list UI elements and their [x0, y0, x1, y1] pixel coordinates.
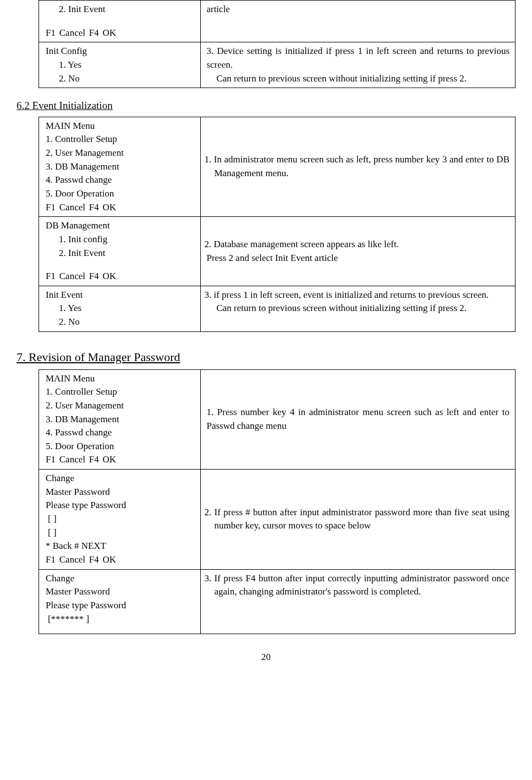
screen-cell: Init Event 1. Yes 2. No — [39, 286, 201, 331]
screen-cell: Change Master Password Please type Passw… — [39, 569, 201, 634]
menu-text: Master Password — [42, 486, 197, 499]
screen-cell: Change Master Password Please type Passw… — [39, 470, 201, 569]
desc-cell: 3. if press 1 in left screen, event is i… — [201, 286, 515, 331]
nav-line: * Back # NEXT — [42, 539, 197, 553]
desc-cell: 3. If press F4 button after input correc… — [201, 569, 515, 634]
table-row: Init Event 1. Yes 2. No 3. if press 1 in… — [39, 286, 515, 331]
password-field-empty: [ ] — [42, 526, 197, 540]
menu-text: Please type Password — [42, 499, 197, 512]
desc-text: 3. if press 1 in left screen, event is i… — [204, 288, 512, 302]
menu-item: 1. Yes — [42, 58, 197, 72]
menu-title: DB Management — [42, 219, 197, 233]
desc-text: 3. If press F4 button after input correc… — [204, 572, 512, 599]
menu-title: Init Config — [42, 45, 197, 58]
table: MAIN Menu 1. Controller Setup 2. User Ma… — [39, 117, 515, 332]
menu-item: 2. User Management — [42, 399, 197, 413]
table-6-1-continued: 2. Init Event F1 Cancel F4 OK article In… — [39, 0, 515, 88]
section-title-7: 7. Revision of Manager Password — [17, 348, 515, 366]
desc-cell: article — [201, 1, 515, 42]
section-title-6-2: 6.2 Event Initialization — [17, 98, 515, 113]
table-row: DB Management 1. Init config 2. Init Eve… — [39, 217, 515, 286]
footer-line: F1 Cancel F4 OK — [42, 553, 197, 567]
footer-line: F1 Cancel F4 OK — [42, 201, 197, 215]
screen-cell: MAIN Menu 1. Controller Setup 2. User Ma… — [39, 117, 201, 216]
table-7: MAIN Menu 1. Controller Setup 2. User Ma… — [39, 369, 515, 635]
menu-item: 1. Controller Setup — [42, 133, 197, 146]
desc-text: 3. Device setting is initialized if pres… — [204, 45, 512, 72]
screen-cell: Init Config 1. Yes 2. No — [39, 42, 201, 88]
menu-text: Change — [42, 572, 197, 586]
desc-text: Press 2 and select Init Event article — [204, 252, 512, 265]
password-field-empty: [ ] — [42, 512, 197, 526]
desc-text: article — [204, 3, 512, 17]
table: 2. Init Event F1 Cancel F4 OK article In… — [39, 0, 515, 88]
password-field-filled: [******* ] — [42, 613, 197, 626]
screen-cell: MAIN Menu 1. Controller Setup 2. User Ma… — [39, 369, 201, 469]
menu-item: 3. DB Management — [42, 413, 197, 427]
menu-item: 1. Yes — [42, 302, 197, 315]
desc-text: 1. Press number key 4 in administrator m… — [204, 406, 512, 433]
desc-text: 2. Database management screen appears as… — [204, 238, 512, 252]
menu-item: 4. Passwd change — [42, 426, 197, 440]
menu-title: MAIN Menu — [42, 372, 197, 386]
menu-title: MAIN Menu — [42, 119, 197, 133]
menu-text: Please type Password — [42, 599, 197, 613]
footer-line: F1 Cancel F4 OK — [42, 453, 197, 467]
desc-cell: 2. If press # button after input adminis… — [201, 470, 515, 569]
table-row: Change Master Password Please type Passw… — [39, 470, 515, 569]
table-row: Change Master Password Please type Passw… — [39, 569, 515, 634]
table-row: 2. Init Event F1 Cancel F4 OK article — [39, 1, 515, 42]
desc-text: Can return to previous screen without in… — [204, 302, 512, 315]
menu-item: 5. Door Operation — [42, 187, 197, 201]
menu-text: Change — [42, 472, 197, 486]
menu-title: Init Event — [42, 288, 197, 302]
page-number: 20 — [17, 651, 515, 664]
desc-text: 2. If press # button after input adminis… — [204, 506, 512, 533]
table-6-2: MAIN Menu 1. Controller Setup 2. User Ma… — [39, 117, 515, 332]
menu-item: 4. Passwd change — [42, 173, 197, 187]
footer-line: F1 Cancel F4 OK — [42, 270, 197, 283]
menu-item: 2. Init Event — [42, 247, 197, 260]
desc-text: 1. In administrator menu screen such as … — [204, 153, 512, 180]
desc-cell: 1. In administrator menu screen such as … — [201, 117, 515, 216]
table-row: Init Config 1. Yes 2. No 3. Device setti… — [39, 42, 515, 88]
footer-line: F1 Cancel F4 OK — [42, 26, 197, 40]
menu-item: 2. Init Event — [42, 3, 197, 17]
table-row: MAIN Menu 1. Controller Setup 2. User Ma… — [39, 369, 515, 469]
desc-cell: 3. Device setting is initialized if pres… — [201, 42, 515, 88]
menu-item: 1. Controller Setup — [42, 385, 197, 399]
menu-item: 1. Init config — [42, 233, 197, 247]
desc-cell: 2. Database management screen appears as… — [201, 217, 515, 286]
desc-cell: 1. Press number key 4 in administrator m… — [201, 369, 515, 469]
menu-text: Master Password — [42, 585, 197, 599]
menu-item: 2. No — [42, 315, 197, 329]
menu-item: 2. No — [42, 72, 197, 86]
table-row: MAIN Menu 1. Controller Setup 2. User Ma… — [39, 117, 515, 216]
screen-cell: 2. Init Event F1 Cancel F4 OK — [39, 1, 201, 42]
menu-item: 2. User Management — [42, 146, 197, 160]
table: MAIN Menu 1. Controller Setup 2. User Ma… — [39, 369, 515, 635]
menu-item: 5. Door Operation — [42, 440, 197, 454]
menu-item: 3. DB Management — [42, 160, 197, 174]
screen-cell: DB Management 1. Init config 2. Init Eve… — [39, 217, 201, 286]
desc-text: Can return to previous screen without in… — [204, 72, 512, 86]
